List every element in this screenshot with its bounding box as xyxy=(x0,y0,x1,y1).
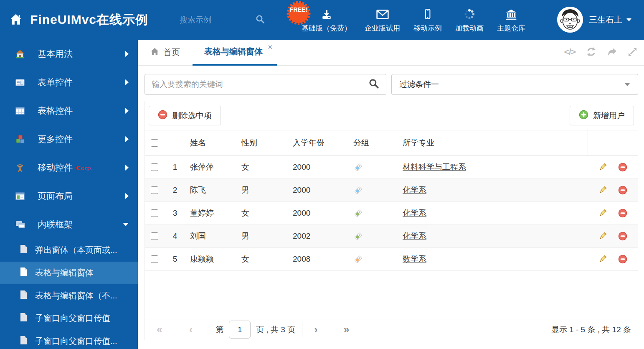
next-page-button[interactable]: › xyxy=(314,324,317,335)
sidebar-item-label: 移动控件 xyxy=(38,162,73,173)
chevron-right-icon xyxy=(125,193,129,199)
cell-major-link[interactable]: 化学系 xyxy=(403,209,426,217)
search-icon[interactable] xyxy=(255,14,265,26)
close-icon[interactable]: ✕ xyxy=(267,43,273,51)
sidebar-item-mobile-controls[interactable]: 移动控件 Corp. xyxy=(0,153,138,182)
sidebar-subitem-child-to-parent[interactable]: 子窗口向父窗口传值 xyxy=(0,307,138,330)
col-header-gender: 性别 xyxy=(237,138,289,148)
tab-home-label: 首页 xyxy=(163,47,180,58)
first-page-button[interactable]: « xyxy=(157,324,162,335)
cell-name: 刘国 xyxy=(186,231,237,242)
select-all-checkbox[interactable] xyxy=(151,139,158,147)
sidebar-subitem-label: 子窗口向父窗口传值 xyxy=(35,313,110,324)
delete-icon[interactable] xyxy=(618,255,627,264)
nav-item-loading-animation[interactable]: 加载动画 xyxy=(449,0,490,40)
prev-page-button[interactable]: ‹ xyxy=(189,324,193,335)
cell-group xyxy=(349,232,398,241)
free-badge-text: FREE! xyxy=(290,6,307,13)
form-icon xyxy=(15,77,26,87)
file-icon xyxy=(19,290,28,301)
edit-icon[interactable] xyxy=(598,255,607,264)
sidebar-subitem-label: 表格与编辑窗体 xyxy=(35,267,94,278)
filter-dropdown[interactable]: 过滤条件一 xyxy=(391,74,638,95)
add-user-button[interactable]: 新增用户 xyxy=(570,106,634,125)
nav-item-enterprise-trial[interactable]: 企业版试用 xyxy=(358,0,407,40)
nav-item-mobile-demo[interactable]: 移动示例 xyxy=(407,0,449,40)
delete-icon[interactable] xyxy=(618,186,627,195)
nav-item-label: 加载动画 xyxy=(455,23,484,33)
edit-icon[interactable] xyxy=(598,186,607,195)
cell-major-link[interactable]: 化学系 xyxy=(403,232,426,240)
nav-item-label: 企业版试用 xyxy=(365,23,400,33)
edit-icon[interactable] xyxy=(598,232,607,241)
file-icon xyxy=(19,336,28,347)
delete-selected-label: 删除选中项 xyxy=(172,110,212,121)
tab-active-label: 表格与编辑窗体 xyxy=(204,46,263,57)
cell-gender: 女 xyxy=(237,254,289,265)
brand[interactable]: FineUIMvc在线示例 xyxy=(9,0,148,40)
cell-gender: 女 xyxy=(237,162,289,173)
share-icon[interactable] xyxy=(607,47,617,57)
sidebar-subitem-popup-window[interactable]: 弹出窗体（本页面或... xyxy=(0,239,138,262)
layout-icon xyxy=(15,191,26,201)
nav-item-theme-repo[interactable]: 主题仓库 xyxy=(490,0,532,40)
chevron-right-icon xyxy=(125,108,129,114)
search-icon[interactable] xyxy=(368,78,379,91)
sidebar-item-label: 表格控件 xyxy=(38,105,73,117)
expand-icon[interactable] xyxy=(628,47,637,57)
row-checkbox[interactable] xyxy=(151,232,158,240)
refresh-icon[interactable] xyxy=(586,47,596,57)
cell-major-link[interactable]: 数学系 xyxy=(403,255,426,263)
sidebar-item-iframe[interactable]: 内联框架 xyxy=(0,210,138,239)
tab-home[interactable]: 首页 xyxy=(150,47,180,58)
delete-icon[interactable] xyxy=(618,163,627,172)
header-search-input[interactable] xyxy=(180,15,238,25)
nav-item-label: 主题仓库 xyxy=(497,23,525,33)
sidebar-item-page-layout[interactable]: 页面布局 xyxy=(0,182,138,210)
row-checkbox[interactable] xyxy=(151,209,158,217)
divider xyxy=(302,322,302,337)
keyword-search-input[interactable] xyxy=(152,80,368,89)
sidebar-item-label: 基本用法 xyxy=(38,48,73,60)
last-page-button[interactable]: » xyxy=(344,324,350,335)
row-checkbox[interactable] xyxy=(151,255,158,263)
edit-icon[interactable] xyxy=(598,163,607,172)
keyword-search-box[interactable] xyxy=(145,74,386,95)
sidebar-subitem-grid-edit-window-2[interactable]: 表格与编辑窗体（不... xyxy=(0,284,138,307)
row-index: 3 xyxy=(164,209,186,218)
row-checkbox[interactable] xyxy=(151,186,158,194)
sidebar-subitem-child-to-parent-2[interactable]: 子窗口向父窗口传值... xyxy=(0,330,138,349)
chevron-right-icon xyxy=(125,51,129,57)
cell-group xyxy=(349,209,398,218)
delete-icon[interactable] xyxy=(618,232,627,241)
sidebar-item-grid-controls[interactable]: 表格控件 xyxy=(0,97,138,125)
sidebar-item-basic-usage[interactable]: 基本用法 xyxy=(0,40,138,68)
chevron-down-icon xyxy=(123,223,129,226)
user-menu[interactable]: 三生石上 xyxy=(589,0,631,40)
pagination-bar: « ‹ 第 页 , 共 3 页 › » 显示 1 - 5 条 , 共 12 条 xyxy=(145,319,638,340)
page-number-input[interactable] xyxy=(229,321,251,339)
sidebar-subitem-grid-edit-window[interactable]: 表格与编辑窗体 xyxy=(0,262,138,285)
delete-icon[interactable] xyxy=(618,209,627,218)
table-row: 2 陈飞 男 2000 化学系 xyxy=(145,179,638,202)
filter-dropdown-value: 过滤条件一 xyxy=(399,79,439,90)
app-title: FineUIMvc在线示例 xyxy=(30,11,148,28)
cell-group xyxy=(349,186,398,195)
tab-grid-edit-window[interactable]: 表格与编辑窗体 ✕ xyxy=(193,40,277,66)
sidebar-item-more-controls[interactable]: 更多控件 xyxy=(0,125,138,153)
row-index: 1 xyxy=(164,163,186,172)
edit-icon[interactable] xyxy=(598,209,607,218)
home-icon xyxy=(9,13,23,27)
tag-icon xyxy=(353,255,363,264)
delete-selected-button[interactable]: 删除选中项 xyxy=(149,106,221,125)
sidebar-item-label: 内联框架 xyxy=(38,219,73,230)
sidebar-item-form-controls[interactable]: 表单控件 xyxy=(0,68,138,97)
tag-icon xyxy=(353,209,363,218)
source-code-icon[interactable]: </> xyxy=(564,47,576,57)
row-checkbox[interactable] xyxy=(151,163,158,171)
cell-major-link[interactable]: 材料科学与工程系 xyxy=(403,163,466,171)
avatar[interactable] xyxy=(557,7,583,33)
spinner-icon xyxy=(464,6,475,20)
cell-major-link[interactable]: 化学系 xyxy=(403,186,426,194)
cell-gender: 女 xyxy=(237,208,289,219)
